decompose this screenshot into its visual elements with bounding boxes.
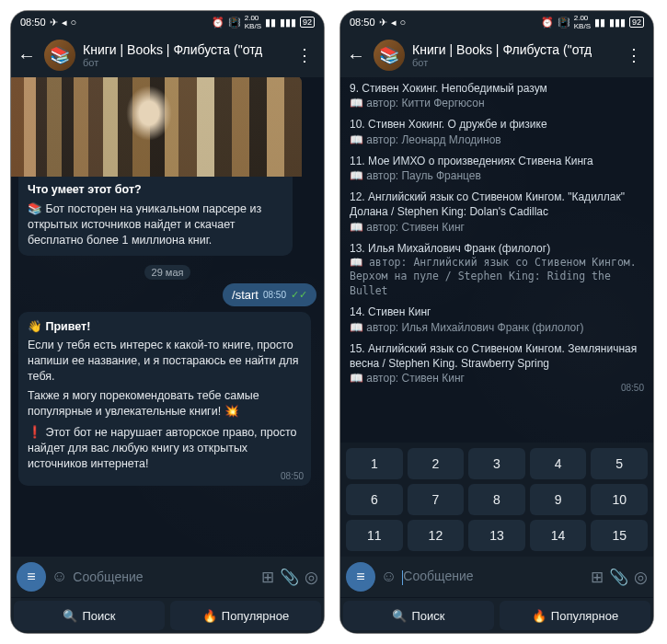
key-9[interactable]: 9 xyxy=(530,484,587,515)
chat-subtitle: бот xyxy=(83,57,283,68)
list-item: 14. Стивен Кинг📖 автор: Илья Михайлович … xyxy=(350,305,644,334)
bottom-buttons: 🔍Поиск 🔥Популярное xyxy=(11,597,324,633)
signal2-icon: ▮▮▮ xyxy=(280,17,296,29)
chat-body-left[interactable]: Что умеет этот бот? 📚 Бот посторен на ун… xyxy=(11,77,324,557)
search-icon: 🔍 xyxy=(63,609,77,623)
phone-left: 08:50 ✈ ◂ ○ ⏰ 📳 2.00KB/S ▮▮ ▮▮▮ 92 ← 📚 К… xyxy=(11,11,324,633)
list-item: 10. Стивен Хокинг. О дружбе и физике📖 ав… xyxy=(350,117,644,146)
status-time: 08:50 xyxy=(350,17,375,28)
key-6[interactable]: 6 xyxy=(346,484,403,515)
arrow-icon: ◂ xyxy=(391,17,397,29)
popular-button[interactable]: 🔥Популярное xyxy=(170,601,321,630)
chat-subtitle: бот xyxy=(412,57,613,68)
list-item: 9. Стивен Хокинг. Непобедимый разум📖 авт… xyxy=(350,81,644,110)
search-button[interactable]: 🔍Поиск xyxy=(14,601,165,630)
chat-title[interactable]: Книги | Books | Флибуста ("отд xyxy=(412,42,613,57)
more-icon[interactable]: ⋮ xyxy=(620,45,648,65)
alarm-icon: ⏰ xyxy=(212,17,224,29)
phone-right: 08:50 ✈ ◂ ○ ⏰ 📳 2.00KB/S ▮▮ ▮▮▮ 92 ← 📚 К… xyxy=(340,11,653,633)
greeting-p1: Если у тебя есть интерес к какой-то книг… xyxy=(28,338,302,385)
alarm-icon: ⏰ xyxy=(541,17,554,29)
input-bar: ≡ ☺ Сообщение ⊞ 📎 ◎ xyxy=(340,557,653,597)
card-image xyxy=(11,77,302,177)
list-item: 13. Илья Михайлович Франк (филолог)📖 авт… xyxy=(350,241,644,299)
list-item: 12. Английский язык со Стивеном Кингом. … xyxy=(350,190,644,235)
popular-button[interactable]: 🔥Популярное xyxy=(500,601,650,630)
telegram-icon: ✈ xyxy=(50,17,58,29)
key-11[interactable]: 11 xyxy=(346,520,403,551)
speed-icon: 2.00KB/S xyxy=(574,14,591,30)
chat-header: ← 📚 Книги | Books | Флибуста ("отд бот ⋮ xyxy=(11,33,324,77)
dot-icon: ○ xyxy=(71,17,77,28)
arrow-icon: ◂ xyxy=(62,17,67,29)
read-checks-icon: ✓✓ xyxy=(291,289,307,301)
key-14[interactable]: 14 xyxy=(530,520,587,551)
card-title: Что умеет этот бот? xyxy=(28,182,283,198)
vibrate-icon: 📳 xyxy=(228,17,241,29)
dot-icon: ○ xyxy=(400,17,407,28)
outgoing-message: /start 08:50 ✓✓ xyxy=(223,283,316,306)
greeting-message: 👋 Привет! Если у тебя есть интерес к как… xyxy=(18,312,311,487)
key-7[interactable]: 7 xyxy=(408,484,465,515)
key-2[interactable]: 2 xyxy=(408,448,465,479)
battery-icon: 92 xyxy=(629,17,644,28)
fire-icon: 🔥 xyxy=(532,609,546,623)
key-5[interactable]: 5 xyxy=(591,448,648,479)
key-8[interactable]: 8 xyxy=(468,484,525,515)
chat-title[interactable]: Книги | Books | Флибуста ("отд xyxy=(83,42,283,57)
fire-icon: 🔥 xyxy=(202,609,217,623)
back-icon[interactable]: ← xyxy=(17,45,37,65)
key-15[interactable]: 15 xyxy=(591,520,648,551)
chat-header: ← 📚 Книги | Books | Флибуста ("отд бот ⋮ xyxy=(340,33,653,77)
status-bar: 08:50 ✈ ◂ ○ ⏰ 📳 2.00KB/S ▮▮ ▮▮▮ 92 xyxy=(11,11,324,33)
book-list: 9. Стивен Хокинг. Непобедимый разум📖 авт… xyxy=(350,81,644,392)
speed-icon: 2.00KB/S xyxy=(245,14,261,30)
menu-button[interactable]: ≡ xyxy=(17,562,46,592)
sticker-icon[interactable]: ⊞ xyxy=(591,568,604,587)
avatar[interactable]: 📚 xyxy=(44,40,75,71)
message-input[interactable]: Сообщение xyxy=(402,569,585,584)
input-bar: ≡ ☺ Сообщение ⊞ 📎 ◎ xyxy=(11,557,324,597)
attach-icon[interactable]: 📎 xyxy=(280,568,299,587)
vibrate-icon: 📳 xyxy=(558,17,570,29)
key-13[interactable]: 13 xyxy=(468,520,525,551)
camera-icon[interactable]: ◎ xyxy=(634,568,648,587)
emoji-icon[interactable]: ☺ xyxy=(381,568,397,586)
more-icon[interactable]: ⋮ xyxy=(291,45,318,65)
card-text: 📚 Бот посторен на уникальном парсере из … xyxy=(28,201,283,248)
key-3[interactable]: 3 xyxy=(468,448,525,479)
camera-icon[interactable]: ◎ xyxy=(305,568,318,587)
avatar[interactable]: 📚 xyxy=(374,40,405,71)
list-time: 08:50 xyxy=(621,383,644,393)
key-10[interactable]: 10 xyxy=(591,484,648,515)
key-12[interactable]: 12 xyxy=(408,520,465,551)
search-button[interactable]: 🔍Поиск xyxy=(343,601,494,630)
greeting-time: 08:50 xyxy=(281,470,304,483)
greeting-title: 👋 Привет! xyxy=(28,319,302,335)
list-item: 15. Английский язык со Стивеном Кингом. … xyxy=(350,341,644,386)
telegram-icon: ✈ xyxy=(379,17,387,29)
date-chip: 29 мая xyxy=(144,265,191,280)
signal-icon: ▮▮ xyxy=(594,17,605,29)
chat-body-right[interactable]: 9. Стивен Хокинг. Непобедимый разум📖 авт… xyxy=(340,77,653,443)
signal-icon: ▮▮ xyxy=(265,17,276,29)
sticker-icon[interactable]: ⊞ xyxy=(261,568,274,587)
greeting-p2: Также я могу порекомендовать тебе самые … xyxy=(28,388,302,420)
menu-button[interactable]: ≡ xyxy=(346,562,375,592)
inline-keyboard: 123456789101112131415 xyxy=(340,443,653,557)
greeting-p3: ❗ Этот бот не нарушает авторское право, … xyxy=(28,425,302,472)
message-input[interactable]: Сообщение xyxy=(73,569,256,584)
out-time: 08:50 xyxy=(263,290,286,300)
battery-icon: 92 xyxy=(300,17,315,28)
out-text: /start xyxy=(232,288,259,302)
intro-card: Что умеет этот бот? 📚 Бот посторен на ун… xyxy=(18,83,293,256)
key-4[interactable]: 4 xyxy=(530,448,587,479)
signal2-icon: ▮▮▮ xyxy=(609,17,626,29)
list-item: 11. Мое ИМХО о произведениях Стивена Кин… xyxy=(350,154,644,183)
attach-icon[interactable]: 📎 xyxy=(609,568,628,587)
emoji-icon[interactable]: ☺ xyxy=(52,568,67,586)
search-icon: 🔍 xyxy=(392,609,407,623)
back-icon[interactable]: ← xyxy=(346,45,366,65)
bottom-buttons: 🔍Поиск 🔥Популярное xyxy=(340,597,653,633)
key-1[interactable]: 1 xyxy=(346,448,403,479)
